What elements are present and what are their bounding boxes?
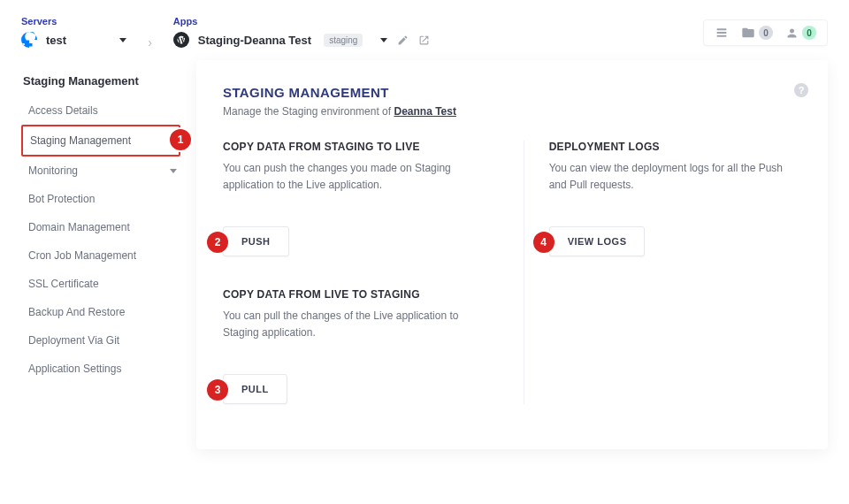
edit-app-icon[interactable]	[396, 34, 409, 46]
sidebar-item-label: SSL Certificate	[28, 278, 99, 290]
breadcrumb-chevron-icon: ›	[148, 16, 152, 50]
sidebar-item-domain-management[interactable]: Domain Management	[21, 213, 180, 241]
panel-header: STAGING MANAGEMENT Manage the Staging en…	[223, 85, 801, 118]
sidebar-item-label: Staging Management	[30, 134, 131, 147]
digitalocean-icon	[21, 32, 37, 48]
pull-button[interactable]: PULL	[223, 374, 287, 404]
push-section: COPY DATA FROM STAGING TO LIVE You can p…	[223, 141, 488, 256]
logs-body: You can view the deployment logs for all…	[549, 160, 801, 193]
sidebar: Staging Management Access Details Stagin…	[21, 60, 180, 449]
sidebar-item-label: Monitoring	[28, 164, 78, 177]
sidebar-item-label: Backup And Restore	[28, 306, 125, 318]
annotation-marker-1: 1	[170, 129, 191, 150]
view-logs-button[interactable]: VIEW LOGS	[549, 226, 646, 256]
user-count-badge: 0	[802, 26, 816, 40]
panel-left-column: COPY DATA FROM STAGING TO LIVE You can p…	[223, 141, 488, 404]
sidebar-item-bot-protection[interactable]: Bot Protection	[21, 185, 180, 213]
pull-title: COPY DATA FROM LIVE TO STAGING	[223, 288, 488, 301]
panel-title: STAGING MANAGEMENT	[223, 85, 801, 100]
caret-down-icon	[119, 38, 126, 42]
app-env-tag: staging	[324, 34, 363, 47]
sidebar-item-access-details[interactable]: Access Details	[21, 96, 180, 125]
user-count[interactable]: 0	[785, 26, 816, 40]
sidebar-item-backup-restore[interactable]: Backup And Restore	[21, 298, 180, 326]
panel-subtitle-link[interactable]: Deanna Test	[394, 105, 455, 118]
server-picker[interactable]: test	[21, 32, 126, 48]
annotation-marker-2: 2	[207, 232, 228, 253]
sidebar-item-staging-management[interactable]: Staging Management 1	[21, 125, 180, 157]
server-list-icon[interactable]	[715, 26, 729, 40]
logs-title: DEPLOYMENT LOGS	[549, 141, 801, 153]
open-app-icon[interactable]	[417, 34, 430, 46]
wordpress-icon	[173, 32, 189, 48]
caret-down-icon	[170, 169, 177, 173]
sidebar-item-deployment-git[interactable]: Deployment Via Git	[21, 326, 180, 355]
top-action-bar: 0 0	[703, 19, 828, 46]
caret-down-icon	[380, 38, 387, 42]
panel-sections: COPY DATA FROM STAGING TO LIVE You can p…	[223, 141, 801, 404]
sidebar-item-monitoring[interactable]: Monitoring	[21, 157, 180, 185]
pull-body: You can pull the changes of the Live app…	[223, 308, 488, 340]
apps-label: Apps	[173, 16, 431, 27]
panel-subtitle: Manage the Staging environment of Deanna…	[223, 105, 801, 118]
push-body: You can push the changes you made on Sta…	[223, 160, 488, 193]
push-button[interactable]: PUSH	[223, 226, 289, 256]
sidebar-heading: Staging Management	[21, 65, 180, 96]
main-body: Staging Management Access Details Stagin…	[0, 60, 849, 470]
db-count[interactable]: 0	[741, 26, 773, 40]
sidebar-item-label: Deployment Via Git	[28, 334, 119, 347]
pull-section: COPY DATA FROM LIVE TO STAGING You can p…	[223, 288, 488, 404]
app-picker[interactable]: Staging-Deanna Test staging	[173, 32, 431, 48]
app-name: Staging-Deanna Test	[198, 34, 311, 47]
panel-subtitle-text: Manage the Staging environment of	[223, 105, 394, 118]
panel-right-column: DEPLOYMENT LOGS You can view the deploym…	[524, 141, 801, 404]
sidebar-item-label: Access Details	[28, 104, 98, 117]
sidebar-item-label: Bot Protection	[28, 193, 95, 205]
sidebar-item-label: Domain Management	[28, 221, 130, 233]
server-picker-section: Servers test	[21, 16, 126, 48]
main-panel: ? STAGING MANAGEMENT Manage the Staging …	[196, 60, 828, 449]
sidebar-item-ssl-certificate[interactable]: SSL Certificate	[21, 270, 180, 298]
app-picker-section: Apps Staging-Deanna Test staging	[173, 16, 431, 48]
logs-section: DEPLOYMENT LOGS You can view the deploym…	[549, 141, 801, 256]
sidebar-item-label: Application Settings	[28, 363, 121, 375]
servers-label: Servers	[21, 16, 126, 27]
help-icon[interactable]: ?	[794, 83, 808, 97]
sidebar-item-label: Cron Job Management	[28, 249, 136, 262]
push-title: COPY DATA FROM STAGING TO LIVE	[223, 141, 488, 153]
annotation-marker-4: 4	[533, 232, 555, 253]
server-name: test	[46, 34, 66, 47]
db-count-badge: 0	[759, 26, 773, 40]
sidebar-item-application-settings[interactable]: Application Settings	[21, 355, 180, 383]
topbar: Servers test › Apps Staging-Deanna Test …	[0, 0, 849, 60]
sidebar-item-cron-job-management[interactable]: Cron Job Management	[21, 241, 180, 270]
